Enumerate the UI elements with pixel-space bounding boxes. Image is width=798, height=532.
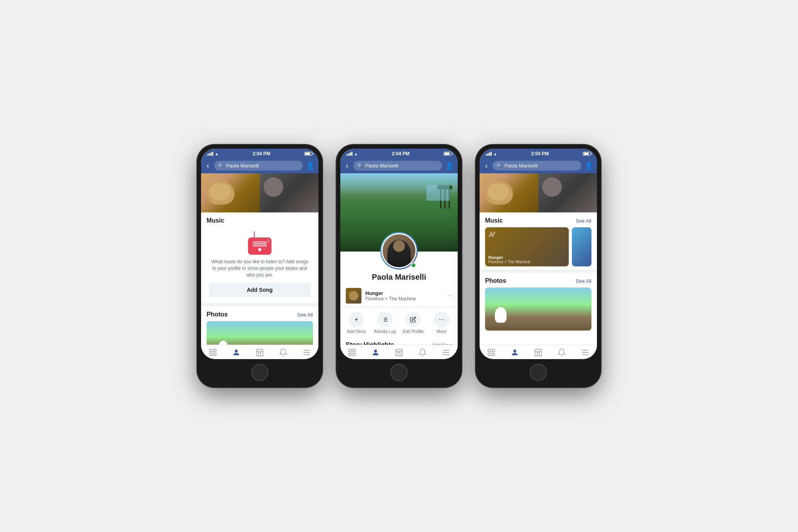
music-empty-state: ! What music do you like to listen to? A… (201, 227, 318, 303)
search-bar-2[interactable]: 🔍 Paola Mariselli (353, 161, 442, 171)
phone-2: ▲ 2:04 PM ‹ 🔍 Paola Mariselli 👤 (336, 145, 462, 387)
phone-bottom-2 (340, 359, 458, 383)
status-time-3: 2:04 PM (531, 151, 549, 156)
home-button-3[interactable] (530, 364, 547, 381)
status-right-1 (304, 152, 312, 156)
music-card-secondary[interactable] (572, 227, 591, 266)
svg-rect-3 (214, 353, 216, 356)
svg-point-4 (235, 350, 237, 352)
cover-photo-dog1 (201, 173, 260, 212)
back-button-2[interactable]: ‹ (344, 160, 350, 171)
phone-1: ▲ 2:04 PM ‹ 🔍 Paola Mariselli 👤 (197, 145, 322, 387)
svg-rect-29 (535, 351, 542, 356)
photos-see-all-1[interactable]: See All (297, 312, 313, 318)
music-playing-row: Hunger Florence + The Machine ··· (340, 285, 458, 307)
music-card-main[interactable]: 𝑀 Hunger Florence + The Machine (485, 227, 569, 266)
photos-title-3: Photos (485, 277, 506, 284)
add-story-button[interactable]: + Add Story (343, 312, 370, 334)
svg-rect-18 (353, 353, 355, 356)
radio-body: ! (248, 237, 271, 255)
content-2: Paola Mariselli Hunger Florence + The Ma… (340, 173, 458, 345)
tab-profile-3[interactable] (510, 348, 519, 357)
battery-icon (304, 152, 312, 156)
phone-3: ▲ 2:04 PM ‹ 🔍 Paola Mariselli 👤 (476, 145, 601, 387)
nav-bar-3: ‹ 🔍 Paola Mariselli 👤 (480, 158, 597, 173)
svg-rect-25 (492, 349, 494, 352)
music-title: Hunger (365, 290, 443, 296)
music-see-all-3[interactable]: See All (576, 218, 591, 224)
edit-profile-button[interactable]: Edit Profile (400, 312, 426, 334)
tab-profile-1[interactable] (232, 348, 241, 357)
tab-marketplace-3[interactable] (534, 348, 543, 357)
back-button-1[interactable]: ‹ (205, 160, 211, 171)
tab-menu-1[interactable] (302, 348, 311, 357)
cover-photos-1 (201, 173, 318, 212)
svg-rect-16 (353, 349, 355, 352)
signal-icon-3 (486, 152, 492, 156)
radio-icon: ! (246, 231, 273, 255)
content-3: Music See All 𝑀 Hunger Florence + The Ma… (480, 173, 597, 345)
svg-rect-15 (349, 349, 351, 352)
radio-dot (258, 248, 261, 251)
photo-grid-3[interactable] (485, 288, 591, 331)
add-song-button[interactable]: Add Song (209, 283, 311, 297)
status-left-3: ▲ (486, 152, 497, 156)
cover-photo-dog3 (480, 173, 538, 212)
edit-profile-label: Edit Profile (403, 329, 424, 334)
music-artist: Florence + The Machine (365, 296, 443, 302)
photo-thumbnail-1[interactable] (207, 321, 313, 345)
home-button-2[interactable] (390, 364, 408, 381)
profile-icon-3[interactable]: 👤 (584, 162, 593, 170)
tab-profile-2[interactable] (371, 348, 380, 357)
status-bar-3: ▲ 2:04 PM (480, 149, 597, 158)
radio-line-1 (253, 241, 267, 243)
svg-rect-17 (349, 353, 351, 356)
tab-notifications-1[interactable] (279, 348, 288, 357)
nav-bar-2: ‹ 🔍 Paola Mariselli 👤 (340, 158, 458, 173)
scene: ▲ 2:04 PM ‹ 🔍 Paola Mariselli 👤 (182, 129, 616, 403)
music-title-3: Music (485, 217, 503, 224)
more-button[interactable]: ··· More (429, 312, 455, 334)
tab-marketplace-1[interactable] (255, 348, 264, 357)
svg-rect-27 (492, 353, 494, 356)
divider-3 (480, 270, 597, 273)
phone-bottom-3 (480, 359, 597, 383)
profile-icon-1[interactable]: 👤 (306, 162, 315, 170)
search-icon-2: 🔍 (357, 163, 363, 169)
tab-news-feed-1[interactable] (208, 348, 217, 357)
status-left-2: ▲ (347, 152, 358, 156)
svg-point-19 (374, 350, 377, 352)
photos-title-1: Photos (207, 311, 228, 318)
cover-photo-dog4 (538, 173, 597, 212)
back-button-3[interactable]: ‹ (483, 160, 489, 171)
tab-menu-2[interactable] (442, 348, 450, 357)
add-story-label: Add Story (347, 329, 366, 334)
photos-see-all-3[interactable]: See All (576, 278, 591, 284)
more-label: More (437, 329, 446, 334)
tab-news-feed-3[interactable] (487, 348, 496, 357)
profile-icon-2[interactable]: 👤 (445, 162, 454, 170)
svg-rect-2 (210, 353, 212, 356)
status-right-2 (444, 152, 451, 156)
status-left-1: ▲ (207, 152, 219, 156)
search-bar-1[interactable]: 🔍 Paola Mariselli (214, 161, 303, 171)
radio-line-3 (253, 245, 267, 246)
signal-icon (207, 152, 213, 156)
divider-1 (201, 303, 318, 306)
tab-bar-3 (480, 345, 597, 359)
activity-log-button[interactable]: Activity Log (372, 312, 398, 334)
tab-marketplace-2[interactable] (395, 348, 403, 357)
tab-notifications-3[interactable] (557, 348, 566, 357)
tab-menu-3[interactable] (581, 348, 590, 357)
search-bar-3[interactable]: 🔍 Paola Mariselli (492, 161, 581, 171)
music-card-overlay: Hunger Florence + The Machine (488, 255, 566, 264)
music-more-button[interactable]: ··· (447, 292, 452, 299)
edit-profile-icon (405, 312, 421, 327)
battery-icon-2 (444, 152, 451, 156)
cover-photos-3 (480, 173, 597, 212)
tab-news-feed-2[interactable] (348, 348, 356, 357)
tab-notifications-2[interactable] (418, 348, 427, 357)
highlights-title: Story Highlights (346, 341, 394, 345)
svg-point-28 (513, 350, 516, 352)
home-button-1[interactable] (251, 364, 268, 381)
